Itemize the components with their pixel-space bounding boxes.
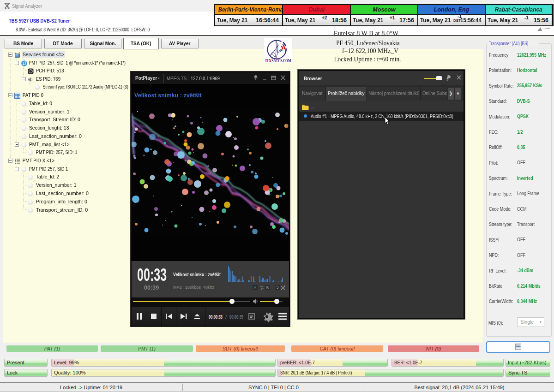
svg-text:A: A bbox=[254, 285, 257, 290]
svg-text:SATCS.COM: SATCS.COM bbox=[272, 59, 291, 63]
svg-text:DX: DX bbox=[265, 59, 272, 63]
svg-text:00:00:39: 00:00:39 bbox=[229, 314, 243, 320]
svg-text:00:00:33: 00:00:33 bbox=[209, 314, 223, 320]
svg-text:B: B bbox=[266, 285, 269, 290]
svg-text:/: / bbox=[225, 314, 227, 320]
